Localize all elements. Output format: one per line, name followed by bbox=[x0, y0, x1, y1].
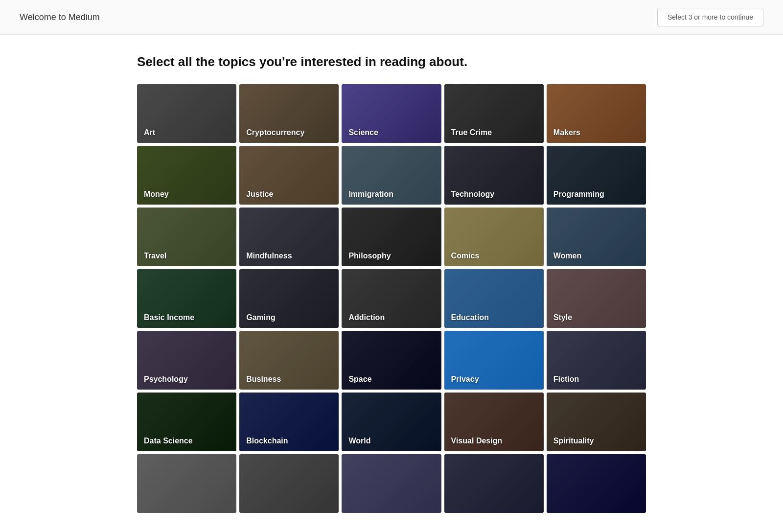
topic-card-science[interactable]: Science bbox=[342, 84, 441, 143]
topic-card-business[interactable]: Business bbox=[239, 331, 339, 390]
topic-label-more2 bbox=[239, 501, 253, 513]
topic-card-comics[interactable]: Comics bbox=[444, 208, 544, 266]
topic-label-more1 bbox=[137, 501, 151, 513]
topic-label-more3 bbox=[342, 501, 355, 513]
topic-label-mindfulness: Mindfulness bbox=[239, 246, 299, 266]
topic-card-programming[interactable]: Programming bbox=[547, 146, 646, 205]
topic-label-psychology: Psychology bbox=[137, 369, 195, 390]
topic-card-truecrime[interactable]: True Crime bbox=[444, 84, 544, 143]
topic-card-gaming[interactable]: Gaming bbox=[239, 269, 339, 328]
topic-label-money: Money bbox=[137, 184, 176, 205]
topic-label-spirituality: Spirituality bbox=[547, 431, 601, 451]
topic-label-space: Space bbox=[342, 369, 378, 390]
topic-label-immigration: Immigration bbox=[342, 184, 400, 205]
topic-card-style[interactable]: Style bbox=[547, 269, 646, 328]
topic-label-business: Business bbox=[239, 369, 288, 390]
topic-overlay bbox=[137, 454, 236, 513]
topic-card-basicincome[interactable]: Basic Income bbox=[137, 269, 236, 328]
topic-card-more1[interactable] bbox=[137, 454, 236, 513]
topic-card-visualdesign[interactable]: Visual Design bbox=[444, 393, 544, 451]
topic-label-science: Science bbox=[342, 122, 385, 143]
topic-card-immigration[interactable]: Immigration bbox=[342, 146, 441, 205]
topic-label-addiction: Addiction bbox=[342, 307, 392, 328]
site-title: Welcome to Medium bbox=[20, 12, 100, 23]
continue-button[interactable]: Select 3 or more to continue bbox=[657, 8, 763, 26]
topic-card-addiction[interactable]: Addiction bbox=[342, 269, 441, 328]
topic-label-fiction: Fiction bbox=[547, 369, 586, 390]
topic-label-comics: Comics bbox=[444, 246, 486, 266]
page-heading: Select all the topics you're interested … bbox=[137, 54, 646, 69]
topic-label-more5 bbox=[547, 501, 560, 513]
topic-label-art: Art bbox=[137, 122, 162, 143]
topic-card-education[interactable]: Education bbox=[444, 269, 544, 328]
topic-card-privacy[interactable]: Privacy bbox=[444, 331, 544, 390]
topic-card-spirituality[interactable]: Spirituality bbox=[547, 393, 646, 451]
topic-label-basicincome: Basic Income bbox=[137, 307, 201, 328]
topic-label-style: Style bbox=[547, 307, 579, 328]
main-content: Select all the topics you're interested … bbox=[98, 35, 685, 532]
topic-card-money[interactable]: Money bbox=[137, 146, 236, 205]
topic-label-gaming: Gaming bbox=[239, 307, 282, 328]
topic-card-technology[interactable]: Technology bbox=[444, 146, 544, 205]
topic-overlay bbox=[342, 454, 441, 513]
topic-label-blockchain: Blockchain bbox=[239, 431, 295, 451]
topic-card-more3[interactable] bbox=[342, 454, 441, 513]
topic-card-more4[interactable] bbox=[444, 454, 544, 513]
topic-card-more5[interactable] bbox=[547, 454, 646, 513]
topic-overlay bbox=[444, 454, 544, 513]
topic-label-travel: Travel bbox=[137, 246, 173, 266]
topic-label-more4 bbox=[444, 501, 458, 513]
topic-card-travel[interactable]: Travel bbox=[137, 208, 236, 266]
topics-grid: ArtCryptocurrencyScienceTrue CrimeMakers… bbox=[137, 84, 646, 513]
topic-card-world[interactable]: World bbox=[342, 393, 441, 451]
topic-overlay bbox=[547, 454, 646, 513]
topic-label-women: Women bbox=[547, 246, 588, 266]
topic-label-makers: Makers bbox=[547, 122, 587, 143]
topic-label-datascience: Data Science bbox=[137, 431, 200, 451]
topic-label-education: Education bbox=[444, 307, 496, 328]
topic-label-justice: Justice bbox=[239, 184, 280, 205]
topic-card-fiction[interactable]: Fiction bbox=[547, 331, 646, 390]
topic-card-crypto[interactable]: Cryptocurrency bbox=[239, 84, 339, 143]
topic-label-programming: Programming bbox=[547, 184, 611, 205]
topic-label-technology: Technology bbox=[444, 184, 502, 205]
topic-card-blockchain[interactable]: Blockchain bbox=[239, 393, 339, 451]
topic-card-datascience[interactable]: Data Science bbox=[137, 393, 236, 451]
topic-card-mindfulness[interactable]: Mindfulness bbox=[239, 208, 339, 266]
topic-label-privacy: Privacy bbox=[444, 369, 486, 390]
page-header: Welcome to Medium Select 3 or more to co… bbox=[0, 0, 783, 35]
topic-card-art[interactable]: Art bbox=[137, 84, 236, 143]
topic-card-more2[interactable] bbox=[239, 454, 339, 513]
topic-card-psychology[interactable]: Psychology bbox=[137, 331, 236, 390]
topic-label-world: World bbox=[342, 431, 377, 451]
topic-label-visualdesign: Visual Design bbox=[444, 431, 509, 451]
topic-label-crypto: Cryptocurrency bbox=[239, 122, 311, 143]
topic-card-philosophy[interactable]: Philosophy bbox=[342, 208, 441, 266]
topic-card-makers[interactable]: Makers bbox=[547, 84, 646, 143]
topic-label-philosophy: Philosophy bbox=[342, 246, 397, 266]
topic-card-space[interactable]: Space bbox=[342, 331, 441, 390]
topic-overlay bbox=[239, 454, 339, 513]
topic-label-truecrime: True Crime bbox=[444, 122, 499, 143]
topic-card-justice[interactable]: Justice bbox=[239, 146, 339, 205]
topic-card-women[interactable]: Women bbox=[547, 208, 646, 266]
